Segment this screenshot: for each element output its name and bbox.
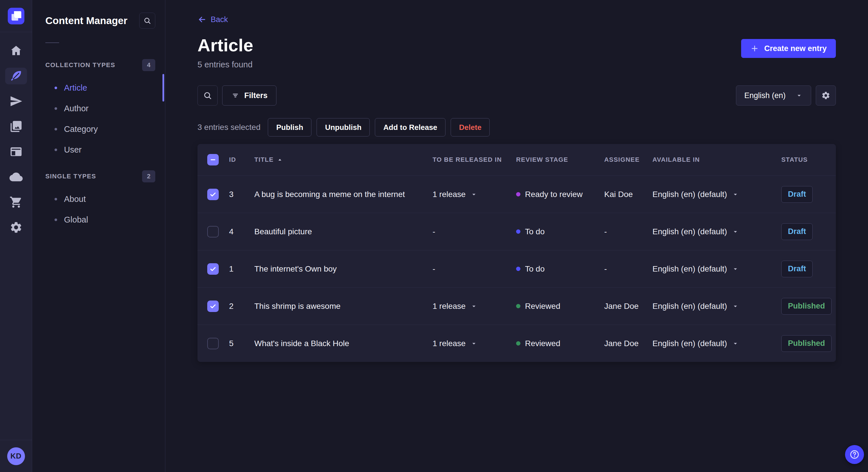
filters-button[interactable]: Filters xyxy=(222,86,276,105)
sidebar-item-global[interactable]: Global xyxy=(32,212,165,228)
rail-item-media-library[interactable] xyxy=(5,118,27,135)
row-checkbox[interactable] xyxy=(207,189,219,200)
column-header-available-in[interactable]: AVAILABLE IN xyxy=(652,156,781,164)
main-content: Back Article 5 entries found Create new … xyxy=(165,0,868,472)
sidebar-header: Content Manager xyxy=(32,12,165,29)
rail-item-marketplace[interactable] xyxy=(5,194,27,210)
entries-count: 5 entries found xyxy=(197,60,253,69)
publish-button[interactable]: Publish xyxy=(268,118,311,136)
cell-release[interactable]: 1 release xyxy=(433,339,516,348)
review-stage-dot xyxy=(516,267,520,271)
review-stage-dot xyxy=(516,341,520,345)
column-header-title[interactable]: TITLE xyxy=(254,156,433,164)
column-header-review-stage[interactable]: REVIEW STAGE xyxy=(516,156,604,164)
rail-item-settings[interactable] xyxy=(5,219,27,236)
bullet-icon xyxy=(55,198,57,200)
chevron-down-icon xyxy=(470,340,477,347)
column-header-to-be-released-in[interactable]: TO BE RELEASED IN xyxy=(433,156,516,164)
cell-status: Draft xyxy=(781,261,836,277)
cell-available-in[interactable]: English (en) (default) xyxy=(652,339,781,348)
sidebar-item-about[interactable]: About xyxy=(32,191,165,207)
cell-review-stage: Reviewed xyxy=(516,339,604,348)
select-all-checkbox[interactable] xyxy=(207,154,219,165)
row-checkbox[interactable] xyxy=(207,263,219,275)
cloud-icon xyxy=(9,170,23,183)
sidebar-item-category[interactable]: Category xyxy=(32,121,165,137)
table-row[interactable]: 3A bug is becoming a meme on the interne… xyxy=(197,175,836,213)
cell-available-in[interactable]: English (en) (default) xyxy=(652,264,781,274)
view-settings-button[interactable] xyxy=(816,86,836,105)
cell-release[interactable]: 1 release xyxy=(433,302,516,311)
sidebar-title: Content Manager xyxy=(45,15,127,26)
column-header-id[interactable]: ID xyxy=(229,156,254,164)
chevron-down-icon xyxy=(470,191,477,198)
cell-review-stage: To do xyxy=(516,264,604,274)
cell-available-in[interactable]: English (en) (default) xyxy=(652,227,781,236)
add-to-release-button[interactable]: Add to Release xyxy=(375,118,445,136)
cell-id: 4 xyxy=(229,227,254,236)
table-row[interactable]: 1The internet's Own boy-To do-English (e… xyxy=(197,250,836,287)
sidebar-search-button[interactable] xyxy=(139,12,155,29)
sidebar-item-author[interactable]: Author xyxy=(32,100,165,116)
help-button[interactable] xyxy=(845,445,864,464)
toolbar: Filters English (en) xyxy=(197,86,836,105)
check-icon xyxy=(209,265,217,273)
cell-available-in[interactable]: English (en) (default) xyxy=(652,190,781,199)
strapi-logo[interactable] xyxy=(8,8,24,24)
table-row[interactable]: 5What's inside a Black Hole1 releaseRevi… xyxy=(197,325,836,362)
section-label: COLLECTION TYPES xyxy=(45,61,115,69)
sidebar-item-label: About xyxy=(64,194,86,204)
sidebar-nav: COLLECTION TYPES4ArticleAuthorCategoryUs… xyxy=(32,59,165,228)
table-header-row: IDTITLETO BE RELEASED INREVIEW STAGEASSI… xyxy=(197,144,836,175)
plus-icon xyxy=(750,44,759,53)
cell-status: Draft xyxy=(781,186,836,203)
cell-release[interactable]: 1 release xyxy=(433,190,516,199)
selection-count: 3 entries selected xyxy=(197,123,260,132)
chevron-down-icon xyxy=(732,303,739,310)
rail-item-content-manager[interactable] xyxy=(5,68,27,84)
home-icon xyxy=(9,44,23,57)
avatar[interactable]: KD xyxy=(7,447,25,465)
table-row[interactable]: 4Beautiful picture-To do-English (en) (d… xyxy=(197,213,836,250)
row-checkbox[interactable] xyxy=(207,301,219,312)
images-icon xyxy=(9,120,23,133)
review-stage-dot xyxy=(516,304,520,308)
bullet-icon xyxy=(55,128,57,131)
column-header-assignee[interactable]: ASSIGNEE xyxy=(604,156,652,164)
back-link[interactable]: Back xyxy=(197,15,228,24)
sidebar-item-label: Author xyxy=(64,104,88,113)
rail-item-releases[interactable] xyxy=(5,93,27,109)
delete-button[interactable]: Delete xyxy=(451,118,490,136)
bullet-icon xyxy=(55,107,57,110)
cell-assignee: - xyxy=(604,264,652,274)
rail-item-deploy[interactable] xyxy=(5,169,27,185)
chevron-down-icon xyxy=(732,191,739,198)
filter-icon xyxy=(231,91,240,100)
rail-item-home[interactable] xyxy=(5,42,27,59)
sidebar-item-label: Category xyxy=(64,125,98,134)
locale-select[interactable]: English (en) xyxy=(736,86,811,105)
page-title: Article xyxy=(197,35,253,55)
check-icon xyxy=(209,191,217,198)
sidebar-item-article[interactable]: Article xyxy=(32,80,165,96)
rail-item-content-type-builder[interactable] xyxy=(5,143,27,160)
cell-available-in[interactable]: English (en) (default) xyxy=(652,302,781,311)
sidebar-divider xyxy=(45,42,59,43)
column-header-status[interactable]: STATUS xyxy=(781,156,836,164)
feather-icon xyxy=(9,69,23,82)
unpublish-button[interactable]: Unpublish xyxy=(317,118,370,136)
create-entry-button[interactable]: Create new entry xyxy=(741,39,836,58)
entries-table: IDTITLETO BE RELEASED INREVIEW STAGEASSI… xyxy=(197,144,836,362)
gear-icon xyxy=(821,91,830,100)
chevron-down-icon xyxy=(470,303,477,310)
cell-assignee: Kai Doe xyxy=(604,190,652,199)
search-button[interactable] xyxy=(197,86,218,105)
locale-selected-value: English (en) xyxy=(744,91,786,100)
status-badge: Published xyxy=(781,298,832,314)
table-row[interactable]: 2This shrimp is awesome1 releaseReviewed… xyxy=(197,287,836,325)
row-checkbox[interactable] xyxy=(207,226,219,237)
cell-id: 3 xyxy=(229,190,254,199)
cell-id: 1 xyxy=(229,264,254,274)
row-checkbox[interactable] xyxy=(207,338,219,349)
sidebar-item-user[interactable]: User xyxy=(32,142,165,158)
